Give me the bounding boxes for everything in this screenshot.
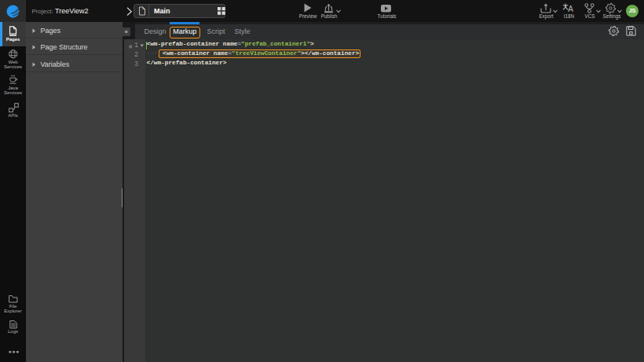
svg-text:A: A <box>568 5 573 13</box>
